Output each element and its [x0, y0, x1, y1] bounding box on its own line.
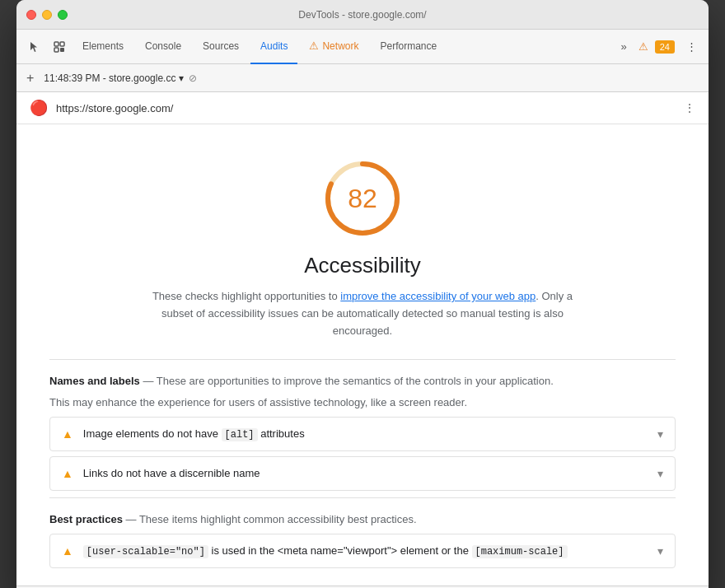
minimize-button[interactable]	[42, 10, 52, 20]
svg-rect-3	[60, 48, 64, 52]
devtools-window: DevTools - store.google.com/ Elements Co…	[16, 0, 709, 588]
url-bar: + 11:48:39 PM - store.google.cc ▾ ⊘	[16, 64, 709, 92]
tab-elements[interactable]: Elements	[72, 30, 133, 64]
section-names-labels-header: Names and labels — These are opportuniti…	[49, 359, 676, 396]
tab-console[interactable]: Console	[135, 30, 191, 64]
toolbar-right: » ⚠ 24 ⋮	[616, 37, 702, 56]
warn-icon-link-name: ▲	[62, 467, 73, 480]
score-section: 82 Accessibility These checks highlight …	[49, 141, 676, 352]
warning-icon: ⚠	[638, 40, 648, 53]
section-best-practices-desc: These items highlight common accessibili…	[139, 513, 417, 525]
audit-item-link-name[interactable]: ▲ Links do not have a discernible name ▾	[49, 456, 676, 491]
audit-item-image-alt-text: Image elements do not have [alt] attribu…	[83, 427, 651, 441]
score-value: 82	[348, 184, 377, 214]
section-names-labels-desc: These are opportunities to improve the s…	[157, 375, 554, 387]
title-bar: DevTools - store.google.com/	[16, 0, 709, 30]
tab-performance[interactable]: Performance	[370, 30, 447, 64]
lighthouse-icon: 🔴	[30, 99, 48, 117]
block-requests-icon: ⊘	[189, 72, 197, 84]
audit-item-link-name-text: Links do not have a discernible name	[83, 467, 651, 479]
audit-more-menu[interactable]: ⋮	[684, 101, 695, 114]
score-description: These checks highlight opportunities to …	[148, 288, 577, 339]
score-link[interactable]: improve the accessibility of your web ap…	[340, 290, 536, 302]
devtools-menu-button[interactable]: ⋮	[681, 37, 702, 56]
warn-icon-user-scalable: ▲	[62, 544, 73, 558]
audit-url: https://store.google.com/	[56, 102, 173, 114]
warning-badge: 24	[655, 40, 675, 54]
chevron-down-icon: ▾	[657, 427, 663, 441]
tab-audits[interactable]: Audits	[250, 30, 297, 64]
traffic-lights	[26, 10, 68, 20]
warn-icon-image-alt: ▲	[62, 427, 73, 441]
section-best-practices-title: Best practices	[49, 513, 123, 525]
score-title: Accessibility	[304, 253, 421, 278]
more-tabs-button[interactable]: »	[616, 37, 632, 56]
section-names-labels-sub: This may enhance the experience for user…	[49, 396, 676, 408]
audit-url-row: 🔴 https://store.google.com/ ⋮	[16, 92, 709, 124]
chevron-down-icon-3: ▾	[657, 544, 663, 558]
devtools-toolbar: Elements Console Sources Audits ⚠ Networ…	[16, 30, 709, 64]
audit-item-user-scalable[interactable]: ▲ [user-scalable="no"] is used in the <m…	[49, 534, 676, 568]
svg-rect-1	[60, 42, 64, 46]
tab-sources[interactable]: Sources	[193, 30, 249, 64]
close-button[interactable]	[26, 10, 36, 20]
inspect-icon	[53, 40, 66, 54]
audit-content: 82 Accessibility These checks highlight …	[16, 124, 709, 586]
cursor-icon	[28, 40, 41, 54]
cursor-tool[interactable]	[23, 37, 46, 57]
session-display: 11:48:39 PM - store.google.cc ▾ ⊘	[44, 72, 196, 84]
section-best-practices-dash: —	[126, 513, 139, 525]
session-time: 11:48:39 PM - store.google.cc ▾	[44, 72, 183, 84]
tab-network[interactable]: ⚠ Network	[299, 30, 368, 64]
svg-rect-0	[54, 42, 58, 46]
add-session-button[interactable]: +	[23, 69, 37, 87]
chevron-down-icon-2: ▾	[657, 467, 663, 480]
audit-item-user-scalable-text: [user-scalable="no"] is used in the <met…	[83, 544, 651, 558]
score-desc-before: These checks highlight opportunities to	[152, 290, 340, 302]
maximize-button[interactable]	[58, 10, 68, 20]
section-names-labels-title: Names and labels	[49, 375, 140, 387]
svg-rect-2	[54, 48, 58, 52]
section-best-practices-header: Best practices — These items highlight c…	[49, 497, 676, 534]
inspect-tool[interactable]	[48, 37, 71, 57]
score-circle: 82	[321, 157, 404, 240]
window-title: DevTools - store.google.com/	[298, 9, 426, 21]
section-names-labels-dash: —	[143, 375, 156, 387]
audit-item-image-alt[interactable]: ▲ Image elements do not have [alt] attri…	[49, 417, 676, 451]
